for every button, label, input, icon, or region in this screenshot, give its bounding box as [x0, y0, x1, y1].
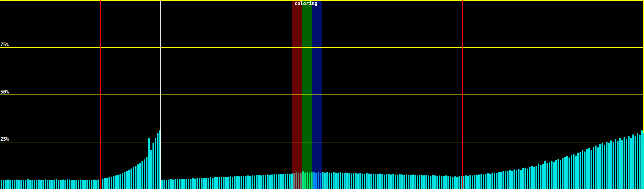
- histogram-bar: [527, 169, 528, 189]
- histogram-bar: [93, 180, 95, 189]
- histogram-bar: [89, 180, 90, 189]
- histogram-bar: [238, 176, 240, 189]
- histogram-bar: [608, 143, 610, 189]
- histogram-bar: [265, 175, 266, 189]
- histogram-bar: [219, 177, 220, 189]
- histogram-bar: [236, 176, 238, 189]
- histogram-bar: [126, 171, 128, 189]
- histogram-bar: [604, 145, 605, 189]
- histogram-bar: [463, 176, 464, 189]
- histogram-bar: [342, 173, 343, 189]
- histogram-bar: [186, 179, 187, 189]
- histogram-bar: [467, 176, 469, 189]
- histogram-bar: [595, 146, 597, 189]
- histogram-bar: [230, 176, 231, 189]
- histogram-bar: [214, 177, 216, 189]
- histogram-bar: [454, 176, 456, 189]
- histogram-bar: [373, 174, 374, 189]
- histogram-bar: [558, 159, 559, 189]
- histogram-bar: [249, 176, 251, 189]
- histogram-bar: [637, 133, 638, 189]
- histogram-bar: [399, 174, 401, 189]
- histogram-bar: [263, 175, 264, 189]
- histogram-bar: [480, 174, 482, 189]
- histogram-bar: [274, 174, 275, 189]
- histogram-bar: [392, 174, 394, 189]
- histogram-bar: [566, 156, 568, 189]
- histogram-bar: [51, 180, 53, 189]
- histogram-bar: [370, 174, 372, 189]
- histogram-bar: [419, 175, 420, 189]
- histogram-bar: [69, 180, 70, 189]
- gridline-100: [0, 0, 644, 1]
- histogram-bar: [478, 175, 480, 189]
- histogram-bar: [75, 180, 77, 189]
- histogram-bar: [619, 138, 621, 189]
- histogram-bar: [124, 172, 125, 189]
- histogram-bar: [397, 175, 398, 189]
- histogram-bar: [452, 177, 453, 189]
- histogram-bar: [384, 175, 385, 189]
- histogram-bar: [346, 173, 348, 189]
- histogram-bar: [25, 180, 26, 189]
- histogram-bar: [278, 174, 280, 189]
- histogram-bar: [533, 167, 535, 189]
- histogram-bar: [232, 177, 233, 189]
- histogram-bar: [16, 180, 18, 189]
- histogram-bar: [29, 180, 31, 189]
- histogram-bar: [439, 175, 440, 189]
- histogram-bar: [58, 180, 59, 189]
- histogram-bar: [575, 156, 577, 189]
- histogram-bar: [243, 176, 244, 189]
- histogram-bar: [406, 175, 407, 189]
- histogram-bar: [613, 142, 614, 189]
- histogram-bar: [474, 175, 475, 189]
- histogram-bar: [64, 180, 66, 189]
- histogram-bar: [498, 172, 500, 189]
- histogram-bar: [40, 180, 42, 189]
- histogram-bar: [364, 174, 365, 189]
- histogram-bar: [322, 172, 324, 189]
- histogram-bar: [287, 174, 288, 189]
- histogram-bar: [487, 173, 489, 189]
- histogram-bar: [18, 180, 20, 189]
- histogram-bar: [309, 173, 310, 189]
- histogram-bar: [315, 173, 317, 189]
- histogram-bar: [639, 135, 641, 189]
- histogram-bar: [148, 138, 150, 189]
- histogram-bar: [153, 143, 154, 189]
- histogram-bar: [432, 175, 434, 189]
- histogram-bar: [582, 150, 583, 189]
- histogram-bar: [49, 180, 51, 189]
- histogram-bar: [157, 133, 158, 189]
- histogram-bar: [260, 175, 262, 189]
- histogram-bar: [599, 144, 601, 189]
- histogram-bar: [14, 180, 15, 189]
- histogram-bar: [540, 165, 541, 189]
- histogram-bar: [177, 179, 178, 189]
- histogram-bar: [632, 135, 634, 189]
- histogram-bar: [408, 175, 409, 189]
- histogram-bar: [410, 175, 412, 189]
- histogram-bar: [212, 178, 214, 189]
- histogram-bar: [626, 139, 627, 189]
- marker-red-left: [100, 0, 101, 189]
- histogram-bar: [586, 149, 588, 189]
- histogram-bar: [234, 176, 236, 189]
- histogram-bar: [635, 136, 636, 189]
- histogram-bar: [348, 173, 350, 189]
- histogram-bar: [115, 175, 117, 189]
- histogram-bar: [282, 174, 284, 189]
- histogram-bar: [47, 180, 48, 189]
- y-tick-label-75: 75%: [0, 42, 9, 47]
- histogram-bar: [197, 178, 198, 189]
- histogram-bar: [560, 160, 561, 189]
- histogram-bar: [351, 174, 352, 189]
- y-tick-label-50: 50%: [0, 89, 9, 94]
- histogram-bar: [465, 175, 467, 189]
- histogram-bar: [267, 175, 269, 189]
- gridline-75: [0, 47, 644, 48]
- histogram-bar: [111, 177, 112, 189]
- histogram-bar: [324, 173, 326, 189]
- histogram-bar: [304, 173, 306, 189]
